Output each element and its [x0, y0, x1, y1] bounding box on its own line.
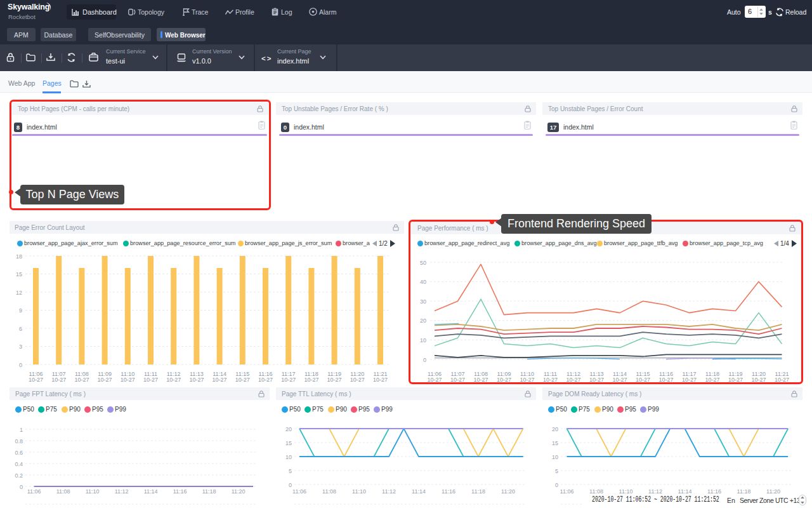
svg-text:11:10: 11:10 — [352, 488, 366, 495]
svg-text:3: 3 — [19, 344, 22, 350]
svg-text:5: 5 — [555, 468, 558, 474]
svg-text:10-27: 10-27 — [98, 377, 112, 383]
svg-text:11:08: 11:08 — [56, 488, 70, 495]
svg-text:11:10: 11:10 — [619, 488, 633, 495]
svg-text:10-27: 10-27 — [166, 377, 181, 383]
svg-text:11:16: 11:16 — [442, 488, 455, 495]
svg-text:10-27: 10-27 — [121, 377, 135, 383]
svg-text:11:10: 11:10 — [86, 488, 100, 495]
svg-text:11:12: 11:12 — [648, 488, 662, 495]
svg-text:11:20: 11:20 — [501, 488, 515, 495]
svg-text:18: 18 — [16, 253, 22, 260]
svg-text:10-27: 10-27 — [189, 377, 204, 383]
svg-text:10-27: 10-27 — [327, 377, 342, 383]
svg-text:15: 15 — [285, 440, 292, 446]
svg-text:11:18: 11:18 — [471, 488, 485, 495]
svg-text:1: 1 — [20, 427, 23, 433]
svg-text:11:16: 11:16 — [707, 488, 721, 495]
svg-text:6: 6 — [19, 326, 22, 332]
svg-text:10-27: 10-27 — [281, 377, 296, 383]
svg-text:10-27: 10-27 — [29, 377, 43, 383]
svg-text:11:18: 11:18 — [202, 488, 216, 495]
svg-text:0.6: 0.6 — [15, 450, 23, 456]
svg-text:10: 10 — [552, 454, 558, 460]
svg-text:10-27: 10-27 — [143, 377, 158, 383]
svg-text:10-27: 10-27 — [258, 377, 273, 383]
svg-text:0.2: 0.2 — [15, 472, 23, 479]
svg-text:12: 12 — [16, 290, 22, 296]
svg-text:10-27: 10-27 — [235, 377, 250, 383]
svg-text:10-27: 10-27 — [350, 377, 365, 383]
svg-text:11:06: 11:06 — [292, 488, 306, 495]
svg-text:10-27: 10-27 — [213, 377, 227, 383]
svg-text:20: 20 — [285, 426, 292, 432]
svg-text:11:12: 11:12 — [115, 488, 129, 495]
svg-text:20: 20 — [552, 426, 558, 432]
svg-text:15: 15 — [552, 440, 558, 446]
svg-text:5: 5 — [289, 468, 292, 474]
svg-text:11:14: 11:14 — [412, 488, 426, 495]
svg-text:11:18: 11:18 — [737, 488, 751, 495]
svg-text:15: 15 — [16, 271, 22, 277]
svg-text:0: 0 — [19, 362, 22, 368]
svg-text:10-27: 10-27 — [74, 377, 89, 383]
svg-text:0: 0 — [555, 482, 558, 488]
svg-text:11:16: 11:16 — [173, 488, 187, 495]
svg-text:0: 0 — [289, 482, 292, 488]
svg-text:9: 9 — [19, 307, 22, 314]
svg-text:10-27: 10-27 — [51, 377, 66, 383]
svg-text:11:06: 11:06 — [27, 488, 41, 495]
svg-text:11:08: 11:08 — [322, 488, 336, 495]
svg-text:11:08: 11:08 — [589, 488, 603, 495]
svg-text:0.8: 0.8 — [15, 438, 23, 444]
svg-text:11:12: 11:12 — [382, 488, 396, 495]
svg-text:10-27: 10-27 — [304, 377, 318, 383]
svg-text:10: 10 — [285, 454, 292, 460]
svg-text:11:20: 11:20 — [232, 488, 246, 495]
svg-text:11:20: 11:20 — [766, 488, 780, 495]
svg-text:11:14: 11:14 — [144, 488, 158, 495]
svg-text:0: 0 — [20, 484, 23, 490]
svg-text:11:14: 11:14 — [678, 488, 692, 495]
svg-text:11:06: 11:06 — [560, 488, 574, 495]
svg-text:10-27: 10-27 — [373, 377, 388, 383]
svg-text:0.4: 0.4 — [15, 461, 23, 467]
